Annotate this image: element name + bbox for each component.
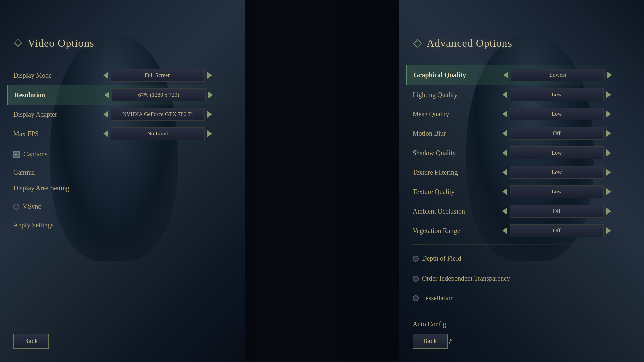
texture-filtering-right-arrow[interactable] bbox=[604, 168, 614, 177]
motion-blur-label: Motion Blur bbox=[413, 130, 493, 137]
depth-of-field-radio[interactable] bbox=[413, 256, 419, 262]
resolution-row: Resolution 67% (1280 x 720) bbox=[7, 85, 238, 105]
texture-quality-left-arrow[interactable] bbox=[500, 187, 510, 196]
lighting-quality-left-arrow[interactable] bbox=[500, 90, 510, 99]
display-area-row[interactable]: Display Area Setting bbox=[13, 180, 231, 196]
ambient-occlusion-row: Ambient Occlusion Off bbox=[413, 201, 631, 221]
left-back-button[interactable]: Back bbox=[13, 334, 49, 349]
gamma-row[interactable]: Gamma bbox=[13, 165, 231, 180]
max-fps-left-arrow[interactable] bbox=[101, 129, 111, 138]
advanced-separator-2 bbox=[413, 308, 631, 316]
video-settings-list: Display Mode Full Screen Resolution 67% … bbox=[13, 66, 231, 342]
display-adapter-left-arrow[interactable] bbox=[101, 110, 111, 119]
apply-settings-row[interactable]: Apply Settings bbox=[13, 217, 231, 233]
ambient-occlusion-value: Off bbox=[510, 205, 604, 218]
display-mode-left-arrow[interactable] bbox=[101, 71, 111, 80]
tessellation-label: Tessellation bbox=[422, 294, 454, 302]
auto-config-row[interactable]: Auto Config bbox=[413, 316, 631, 332]
graphical-quality-label: Graphical Quality bbox=[414, 71, 494, 79]
vegetation-range-control: Off bbox=[500, 224, 631, 237]
video-options-divider bbox=[13, 59, 231, 59]
lighting-quality-right-arrow[interactable] bbox=[604, 90, 614, 99]
graphical-quality-control: Lowest bbox=[501, 69, 631, 81]
vegetation-range-label: Vegetation Range bbox=[413, 227, 493, 235]
gamma-label[interactable]: Gamma bbox=[13, 169, 35, 176]
texture-filtering-left-arrow[interactable] bbox=[500, 168, 510, 177]
captions-row: Captions bbox=[13, 143, 231, 165]
ambient-occlusion-right-arrow[interactable] bbox=[604, 206, 614, 216]
resolution-label: Resolution bbox=[14, 91, 95, 99]
vsync-radio-row[interactable]: VSync bbox=[13, 199, 231, 214]
right-back-button[interactable]: Back bbox=[413, 334, 448, 349]
display-area-label[interactable]: Display Area Setting bbox=[13, 184, 69, 192]
display-mode-value: Full Screen bbox=[111, 69, 205, 82]
resolution-right-arrow[interactable] bbox=[206, 90, 216, 100]
depth-of-field-row: Depth of Field bbox=[413, 249, 631, 268]
shadow-quality-label: Shadow Quality bbox=[413, 149, 493, 157]
oit-label: Order Independent Transparency bbox=[422, 275, 510, 282]
motion-blur-row: Motion Blur Off bbox=[413, 124, 631, 143]
vegetation-range-row: Vegetation Range Off bbox=[413, 221, 631, 240]
center-gap bbox=[245, 0, 399, 362]
display-mode-row: Display Mode Full Screen bbox=[13, 66, 231, 85]
captions-checkbox[interactable] bbox=[13, 151, 20, 158]
max-fps-row: Max FPS No Limit bbox=[13, 124, 231, 143]
advanced-settings-list: Graphical Quality Lowest Lighting Qualit… bbox=[413, 65, 631, 348]
oit-radio-row[interactable]: Order Independent Transparency bbox=[413, 271, 631, 286]
texture-filtering-control: Low bbox=[500, 166, 631, 179]
mesh-quality-row: Mesh Quality Low bbox=[413, 104, 631, 124]
vegetation-range-left-arrow[interactable] bbox=[500, 226, 510, 235]
depth-of-field-radio-row[interactable]: Depth of Field bbox=[413, 251, 631, 266]
left-back-btn-container: Back bbox=[13, 334, 49, 349]
mesh-quality-value: Low bbox=[510, 108, 604, 120]
advanced-options-panel: Advanced Options Graphical Quality Lowes… bbox=[399, 0, 644, 362]
lighting-quality-label: Lighting Quality bbox=[413, 91, 493, 99]
texture-quality-row: Texture Quality Low bbox=[413, 182, 631, 201]
vegetation-range-right-arrow[interactable] bbox=[604, 226, 614, 235]
max-fps-right-arrow[interactable] bbox=[205, 129, 215, 138]
graphical-quality-left-arrow[interactable] bbox=[501, 70, 511, 80]
display-adapter-right-arrow[interactable] bbox=[205, 110, 215, 119]
advanced-options-title: Advanced Options bbox=[427, 37, 512, 49]
motion-blur-value: Off bbox=[510, 127, 604, 140]
ambient-occlusion-left-arrow[interactable] bbox=[500, 206, 510, 216]
tessellation-row: Tessellation bbox=[413, 288, 631, 308]
oit-radio[interactable] bbox=[413, 276, 419, 282]
shadow-quality-value: Low bbox=[510, 146, 604, 159]
apply-settings-label[interactable]: Apply Settings bbox=[13, 221, 53, 229]
texture-quality-value: Low bbox=[510, 185, 604, 198]
shadow-quality-right-arrow[interactable] bbox=[604, 148, 614, 158]
mesh-quality-right-arrow[interactable] bbox=[604, 109, 614, 119]
advanced-separator bbox=[413, 240, 631, 249]
max-fps-control: No Limit bbox=[101, 127, 231, 140]
lighting-quality-row: Lighting Quality Low bbox=[413, 85, 631, 104]
oit-row: Order Independent Transparency bbox=[413, 268, 631, 288]
shadow-quality-control: Low bbox=[500, 146, 631, 159]
auto-config-label[interactable]: Auto Config bbox=[413, 320, 446, 328]
video-options-panel: Video Options Display Mode Full Screen R… bbox=[0, 0, 245, 362]
advanced-options-header: Advanced Options bbox=[413, 37, 631, 49]
texture-quality-control: Low bbox=[500, 185, 631, 198]
captions-checkbox-row[interactable]: Captions bbox=[13, 147, 231, 161]
graphical-quality-right-arrow[interactable] bbox=[605, 70, 615, 80]
ambient-occlusion-label: Ambient Occlusion bbox=[413, 207, 493, 215]
vsync-row: VSync bbox=[13, 196, 231, 217]
tessellation-radio-row[interactable]: Tessellation bbox=[413, 291, 631, 305]
mesh-quality-left-arrow[interactable] bbox=[500, 109, 510, 119]
motion-blur-right-arrow[interactable] bbox=[604, 129, 614, 138]
captions-label: Captions bbox=[23, 150, 47, 158]
vsync-radio[interactable] bbox=[13, 204, 19, 210]
mesh-quality-control: Low bbox=[500, 108, 631, 120]
motion-blur-left-arrow[interactable] bbox=[500, 129, 510, 138]
texture-quality-right-arrow[interactable] bbox=[604, 187, 614, 196]
display-adapter-control: NVIDIA GeForce GTX 780 Ti bbox=[101, 108, 231, 121]
max-fps-label: Max FPS bbox=[13, 130, 94, 138]
texture-filtering-value: Low bbox=[510, 166, 604, 179]
display-mode-right-arrow[interactable] bbox=[205, 71, 215, 80]
shadow-quality-left-arrow[interactable] bbox=[500, 148, 510, 158]
resolution-left-arrow[interactable] bbox=[102, 90, 112, 100]
vegetation-range-value: Off bbox=[510, 224, 604, 237]
resolution-control: 67% (1280 x 720) bbox=[102, 88, 231, 101]
tessellation-radio[interactable] bbox=[413, 295, 419, 301]
depth-of-field-label: Depth of Field bbox=[422, 255, 461, 262]
